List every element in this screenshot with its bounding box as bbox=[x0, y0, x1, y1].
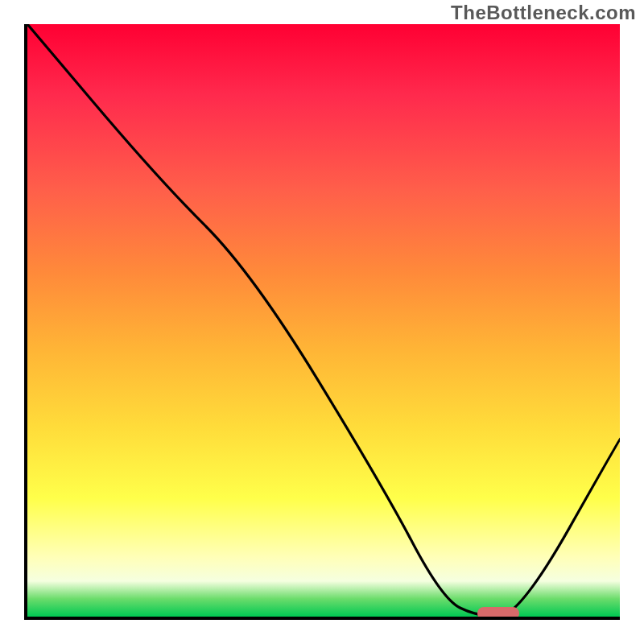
plot-area bbox=[24, 24, 620, 620]
bottleneck-curve bbox=[27, 24, 620, 617]
chart-canvas: TheBottleneck.com bbox=[0, 0, 644, 644]
watermark-text: TheBottleneck.com bbox=[451, 2, 636, 24]
optimal-marker bbox=[477, 607, 519, 620]
curve-svg bbox=[27, 24, 620, 617]
